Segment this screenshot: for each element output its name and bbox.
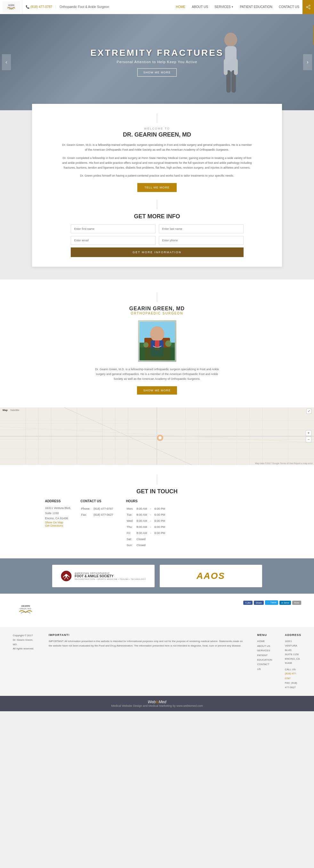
webmed-logo[interactable]: WebtoMed bbox=[4, 700, 310, 704]
share-button[interactable] bbox=[303, 0, 314, 14]
email-input[interactable] bbox=[71, 236, 155, 245]
map-zoom-out[interactable]: − bbox=[306, 437, 311, 442]
contact-us-label: Contact Us bbox=[81, 499, 116, 503]
hours-sun: Sun:Closed bbox=[127, 542, 168, 548]
facebook-like-button[interactable]: f Like bbox=[243, 601, 252, 605]
footer-addr-1: 16311 VENTURA BLVD, bbox=[285, 639, 301, 652]
svg-point-17 bbox=[150, 326, 164, 342]
footer-social-buttons: f Like Share 🐦 Tweet in Send More bbox=[243, 600, 301, 605]
address-line2: Suite 1150 bbox=[45, 510, 71, 516]
webmed-bar: WebtoMed Medical Website Design and Medi… bbox=[0, 696, 314, 711]
nav-home[interactable]: HOME bbox=[173, 5, 188, 9]
svg-point-22 bbox=[165, 340, 172, 347]
get-directions-link[interactable]: Get Directions bbox=[45, 524, 71, 527]
footer-menu-about[interactable]: ABOUT US bbox=[257, 644, 272, 648]
contact-us-column: Contact Us Phone: (818) 477-0787 Fax: (8… bbox=[81, 499, 116, 549]
hours-table: Mon:8:00 AM-6:00 PM Tue:8:00 AM-6:00 PM … bbox=[126, 505, 168, 549]
footer-bottom: Copyright © 2017 Dr. Gearin Green, MD Al… bbox=[0, 627, 314, 696]
tell-more-button[interactable]: TELL ME MORE bbox=[137, 183, 177, 192]
footer-call-label: CALL US: bbox=[285, 668, 296, 671]
fax-value: (818) 477-0627 bbox=[94, 512, 116, 518]
svg-text:GREEN, M.D.: GREEN, M.D. bbox=[20, 608, 32, 610]
nav-about[interactable]: ABOUT US bbox=[188, 5, 211, 9]
footer-menu-col: MENU HOME ABOUT US SERVICES PATIENT EDUC… bbox=[257, 633, 272, 689]
svg-rect-20 bbox=[140, 347, 175, 360]
nav-phone[interactable]: 📞 (818) 477-0787 bbox=[23, 5, 56, 9]
footer-top: GEARIN GREEN, M.D. f Like Share 🐦 Tweet … bbox=[0, 594, 314, 627]
phone-input[interactable] bbox=[159, 236, 244, 245]
hero-prev-button[interactable]: ‹ bbox=[2, 54, 11, 70]
svg-point-4 bbox=[309, 8, 310, 9]
address-line3: Encino, CA 91436 bbox=[45, 516, 71, 521]
facebook-icon: f bbox=[245, 602, 246, 604]
twitter-tweet-button[interactable]: 🐦 Tweet bbox=[265, 600, 278, 605]
hero-next-button[interactable]: › bbox=[303, 54, 312, 70]
map-fullscreen-button[interactable]: ⤢ bbox=[306, 409, 311, 414]
footer-menu-home[interactable]: HOME bbox=[257, 639, 272, 644]
facebook-share-button[interactable]: Share bbox=[254, 601, 264, 605]
divider-form bbox=[157, 200, 157, 209]
nav-specialty: Orthopaedic Foot & Ankle Surgeon bbox=[56, 5, 173, 9]
svg-text:GEARIN: GEARIN bbox=[21, 605, 30, 607]
footer-address-col: ADDRESS 16311 VENTURA BLVD, SUITE 1150 E… bbox=[285, 633, 301, 689]
svg-point-3 bbox=[309, 5, 310, 6]
fax-label: Fax: bbox=[81, 512, 93, 518]
site-logo[interactable]: GEARIN GREEN, M.D. bbox=[0, 0, 23, 14]
welcome-title: DR. GEARIN GREEN, MD bbox=[38, 131, 276, 138]
footer-menu-services[interactable]: SERVICES bbox=[257, 648, 272, 653]
aaos-logo-text: AAOS bbox=[197, 571, 225, 581]
contact-section: GET IN TOUCH Address 16311 Ventura Blvd,… bbox=[0, 465, 314, 559]
contact-title: GET IN TOUCH bbox=[13, 488, 301, 495]
hero-subtitle: Personal Attention to Help Keep You Acti… bbox=[90, 60, 223, 64]
linkedin-icon: in bbox=[281, 602, 283, 604]
footer-menu-patient-ed[interactable]: PATIENT EDUCATION bbox=[257, 653, 272, 662]
welcome-body-2: Dr. Green completed a fellowship in foot… bbox=[61, 156, 253, 170]
nav-patient-education[interactable]: PATIENT EDUCATION bbox=[237, 5, 276, 9]
map-zoom-in[interactable]: + bbox=[306, 430, 311, 436]
welcome-body-3: Dr. Green prides himself on having a pat… bbox=[61, 174, 253, 178]
last-name-input[interactable] bbox=[159, 224, 244, 234]
hero-section: ‹ EXTREMITY FRACTURES Personal Attention… bbox=[0, 14, 314, 110]
svg-line-7 bbox=[308, 7, 309, 8]
linkedin-send-button[interactable]: in Send bbox=[279, 601, 291, 605]
hours-wed: Wed:8:00 AM-6:00 PM bbox=[127, 518, 168, 524]
form-submit-button[interactable]: GET MORE INFORMATION bbox=[71, 247, 244, 257]
affiliations-section: AMERICAN ORTHOPAEDIC FOOT & ANKLE SOCIET… bbox=[0, 558, 314, 594]
nav-services[interactable]: SERVICES ▼ bbox=[211, 5, 237, 9]
aofas-text-top: AMERICAN ORTHOPAEDIC bbox=[75, 572, 146, 575]
welcome-section: WELCOME TO DR. GEARIN GREEN, MD Dr. Gear… bbox=[32, 104, 282, 267]
map-type-label: Map Satellite bbox=[3, 409, 19, 411]
svg-point-5 bbox=[306, 6, 308, 8]
divider-top bbox=[157, 114, 157, 123]
svg-point-21 bbox=[143, 342, 148, 347]
aaos-box: AAOS bbox=[160, 565, 262, 587]
map-section[interactable]: Map Satellite ⤢ + − Map data ©2017 Googl… bbox=[0, 407, 314, 465]
map-copyright: Map data ©2017 Google Terms of Use Repor… bbox=[255, 462, 313, 464]
more-share-button[interactable]: More bbox=[292, 601, 301, 605]
hours-label: Hours bbox=[126, 499, 168, 503]
hero-show-more-button[interactable]: SHOW ME MORE bbox=[137, 68, 177, 76]
footer-address-title: ADDRESS bbox=[285, 633, 301, 637]
footer-addr-2: SUITE 1150 bbox=[285, 652, 301, 657]
footer-menu-contact[interactable]: CONTACT US bbox=[257, 662, 272, 672]
map-background: Map Satellite ⤢ + − Map data ©2017 Googl… bbox=[0, 407, 314, 465]
footer-rights: All rights reserved. bbox=[13, 647, 36, 651]
show-on-map-link[interactable]: Show On Map bbox=[45, 521, 71, 524]
aofas-logo-icon bbox=[61, 570, 72, 582]
first-name-input[interactable] bbox=[71, 224, 155, 234]
footer-addr-3: ENCINO, CA 91436 bbox=[285, 657, 301, 665]
hero-content: EXTREMITY FRACTURES Personal Attention t… bbox=[90, 48, 223, 76]
nav-contact[interactable]: CONTACT US bbox=[276, 5, 303, 9]
svg-text:GEARIN: GEARIN bbox=[8, 4, 14, 6]
phone-value: (818) 477-0787 bbox=[94, 506, 116, 512]
surgeon-show-more-button[interactable]: SHOW ME MORE bbox=[137, 386, 177, 395]
surgeon-bio: Dr. Gearin Green, M.D. is a fellowship-t… bbox=[93, 367, 221, 382]
aofas-text-sub: RECONSTRUCTION • SPORTS MEDICINE • TRAUM… bbox=[75, 578, 146, 580]
svg-point-8 bbox=[224, 33, 237, 47]
map-zoom-controls: + − bbox=[306, 430, 311, 442]
address-line1: 16311 Ventura Blvd, bbox=[45, 505, 71, 510]
footer-call-phone[interactable]: (818) 477-0787 bbox=[285, 672, 301, 681]
footer-menu-title: MENU bbox=[257, 633, 272, 637]
info-form: GET MORE INFORMATION bbox=[71, 224, 244, 257]
chevron-down-icon: ▼ bbox=[231, 6, 233, 8]
